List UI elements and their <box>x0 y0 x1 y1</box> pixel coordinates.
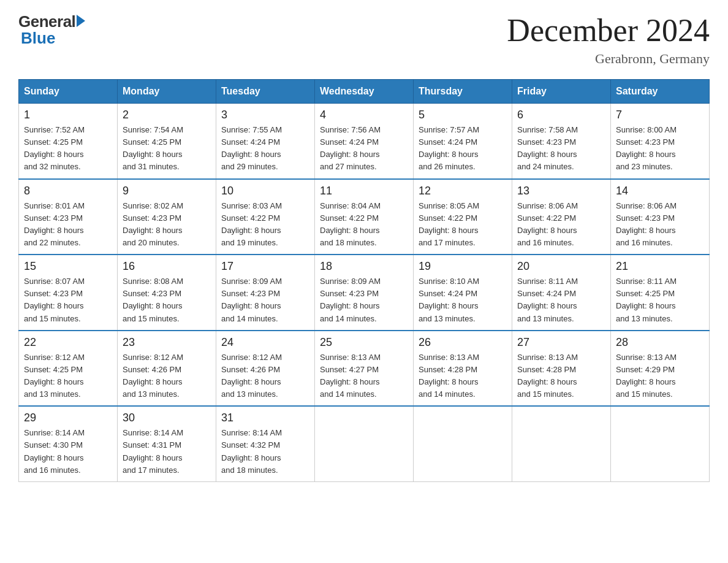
calendar-day-cell: 8Sunrise: 8:01 AMSunset: 4:23 PMDaylight… <box>19 179 118 255</box>
calendar-day-cell <box>414 406 512 481</box>
day-number: 24 <box>221 336 309 349</box>
calendar-day-cell: 17Sunrise: 8:09 AMSunset: 4:23 PMDayligh… <box>216 255 315 331</box>
day-number: 25 <box>320 336 408 349</box>
day-info: Sunrise: 8:13 AMSunset: 4:28 PMDaylight:… <box>517 351 605 401</box>
calendar-day-cell: 2Sunrise: 7:54 AMSunset: 4:25 PMDaylight… <box>118 104 216 179</box>
calendar-day-cell: 7Sunrise: 8:00 AMSunset: 4:23 PMDaylight… <box>611 104 710 179</box>
day-number: 13 <box>517 185 605 197</box>
calendar-day-cell: 20Sunrise: 8:11 AMSunset: 4:24 PMDayligh… <box>512 255 611 331</box>
calendar-day-cell <box>512 406 611 481</box>
day-number: 20 <box>517 260 605 273</box>
logo-triangle-icon <box>77 15 85 27</box>
day-info: Sunrise: 8:12 AMSunset: 4:26 PMDaylight:… <box>221 351 309 401</box>
day-info: Sunrise: 7:54 AMSunset: 4:25 PMDaylight:… <box>123 124 211 174</box>
calendar-day-cell: 16Sunrise: 8:08 AMSunset: 4:23 PMDayligh… <box>118 255 216 331</box>
calendar-week-row: 29Sunrise: 8:14 AMSunset: 4:30 PMDayligh… <box>19 406 710 481</box>
day-number: 30 <box>123 412 211 424</box>
logo: General Blue <box>18 12 85 48</box>
title-section: December 2024 Gerabronn, Germany <box>507 12 710 67</box>
calendar-day-cell <box>611 406 710 481</box>
day-info: Sunrise: 8:04 AMSunset: 4:22 PMDaylight:… <box>320 200 408 250</box>
calendar-title: December 2024 <box>507 12 710 48</box>
calendar-day-cell: 18Sunrise: 8:09 AMSunset: 4:23 PMDayligh… <box>315 255 414 331</box>
day-number: 9 <box>123 185 211 197</box>
day-number: 16 <box>123 260 211 273</box>
day-info: Sunrise: 7:58 AMSunset: 4:23 PMDaylight:… <box>517 124 605 174</box>
day-number: 2 <box>123 109 211 121</box>
day-number: 23 <box>123 336 211 349</box>
calendar-day-cell: 10Sunrise: 8:03 AMSunset: 4:22 PMDayligh… <box>216 179 315 255</box>
calendar-table: SundayMondayTuesdayWednesdayThursdayFrid… <box>18 79 710 482</box>
day-number: 27 <box>517 336 605 349</box>
day-info: Sunrise: 8:14 AMSunset: 4:30 PMDaylight:… <box>24 427 112 477</box>
calendar-day-cell: 3Sunrise: 7:55 AMSunset: 4:24 PMDaylight… <box>216 104 315 179</box>
day-number: 17 <box>221 260 309 273</box>
calendar-day-cell: 21Sunrise: 8:11 AMSunset: 4:25 PMDayligh… <box>611 255 710 331</box>
day-number: 4 <box>320 109 408 121</box>
calendar-week-row: 15Sunrise: 8:07 AMSunset: 4:23 PMDayligh… <box>19 255 710 331</box>
day-info: Sunrise: 8:14 AMSunset: 4:32 PMDaylight:… <box>221 427 309 477</box>
day-info: Sunrise: 8:01 AMSunset: 4:23 PMDaylight:… <box>24 200 112 250</box>
day-number: 14 <box>616 185 704 197</box>
page-header: General Blue December 2024 Gerabronn, Ge… <box>18 12 710 67</box>
day-number: 10 <box>221 185 309 197</box>
calendar-day-cell: 24Sunrise: 8:12 AMSunset: 4:26 PMDayligh… <box>216 331 315 407</box>
day-number: 19 <box>419 260 507 273</box>
calendar-day-cell: 15Sunrise: 8:07 AMSunset: 4:23 PMDayligh… <box>19 255 118 331</box>
calendar-day-cell: 19Sunrise: 8:10 AMSunset: 4:24 PMDayligh… <box>414 255 512 331</box>
day-number: 15 <box>24 260 112 273</box>
calendar-day-cell: 1Sunrise: 7:52 AMSunset: 4:25 PMDaylight… <box>19 104 118 179</box>
day-info: Sunrise: 8:07 AMSunset: 4:23 PMDaylight:… <box>24 275 112 325</box>
day-info: Sunrise: 8:03 AMSunset: 4:22 PMDaylight:… <box>221 200 309 250</box>
day-info: Sunrise: 8:05 AMSunset: 4:22 PMDaylight:… <box>419 200 507 250</box>
day-info: Sunrise: 7:52 AMSunset: 4:25 PMDaylight:… <box>24 124 112 174</box>
day-number: 12 <box>419 185 507 197</box>
day-number: 26 <box>419 336 507 349</box>
weekday-header-friday: Friday <box>512 80 611 104</box>
day-info: Sunrise: 7:56 AMSunset: 4:24 PMDaylight:… <box>320 124 408 174</box>
calendar-day-cell: 14Sunrise: 8:06 AMSunset: 4:23 PMDayligh… <box>611 179 710 255</box>
day-info: Sunrise: 8:08 AMSunset: 4:23 PMDaylight:… <box>123 275 211 325</box>
calendar-day-cell: 22Sunrise: 8:12 AMSunset: 4:25 PMDayligh… <box>19 331 118 407</box>
calendar-header-row: SundayMondayTuesdayWednesdayThursdayFrid… <box>19 80 710 104</box>
weekday-header-saturday: Saturday <box>611 80 710 104</box>
calendar-day-cell: 9Sunrise: 8:02 AMSunset: 4:23 PMDaylight… <box>118 179 216 255</box>
weekday-header-wednesday: Wednesday <box>315 80 414 104</box>
day-info: Sunrise: 7:55 AMSunset: 4:24 PMDaylight:… <box>221 124 309 174</box>
day-info: Sunrise: 7:57 AMSunset: 4:24 PMDaylight:… <box>419 124 507 174</box>
day-info: Sunrise: 8:10 AMSunset: 4:24 PMDaylight:… <box>419 275 507 325</box>
day-info: Sunrise: 8:14 AMSunset: 4:31 PMDaylight:… <box>123 427 211 477</box>
calendar-week-row: 22Sunrise: 8:12 AMSunset: 4:25 PMDayligh… <box>19 331 710 407</box>
day-info: Sunrise: 8:00 AMSunset: 4:23 PMDaylight:… <box>616 124 704 174</box>
day-info: Sunrise: 8:13 AMSunset: 4:28 PMDaylight:… <box>419 351 507 401</box>
calendar-day-cell: 13Sunrise: 8:06 AMSunset: 4:22 PMDayligh… <box>512 179 611 255</box>
calendar-day-cell: 26Sunrise: 8:13 AMSunset: 4:28 PMDayligh… <box>414 331 512 407</box>
day-info: Sunrise: 8:12 AMSunset: 4:25 PMDaylight:… <box>24 351 112 401</box>
day-number: 3 <box>221 109 309 121</box>
calendar-day-cell: 29Sunrise: 8:14 AMSunset: 4:30 PMDayligh… <box>19 406 118 481</box>
calendar-day-cell: 31Sunrise: 8:14 AMSunset: 4:32 PMDayligh… <box>216 406 315 481</box>
day-number: 29 <box>24 412 112 424</box>
weekday-header-sunday: Sunday <box>19 80 118 104</box>
day-number: 1 <box>24 109 112 121</box>
calendar-day-cell: 12Sunrise: 8:05 AMSunset: 4:22 PMDayligh… <box>414 179 512 255</box>
day-info: Sunrise: 8:12 AMSunset: 4:26 PMDaylight:… <box>123 351 211 401</box>
calendar-day-cell: 5Sunrise: 7:57 AMSunset: 4:24 PMDaylight… <box>414 104 512 179</box>
day-info: Sunrise: 8:06 AMSunset: 4:23 PMDaylight:… <box>616 200 704 250</box>
calendar-day-cell: 30Sunrise: 8:14 AMSunset: 4:31 PMDayligh… <box>118 406 216 481</box>
day-info: Sunrise: 8:09 AMSunset: 4:23 PMDaylight:… <box>221 275 309 325</box>
day-info: Sunrise: 8:13 AMSunset: 4:29 PMDaylight:… <box>616 351 704 401</box>
logo-blue-text: Blue <box>21 29 55 48</box>
calendar-day-cell: 25Sunrise: 8:13 AMSunset: 4:27 PMDayligh… <box>315 331 414 407</box>
day-number: 6 <box>517 109 605 121</box>
calendar-week-row: 8Sunrise: 8:01 AMSunset: 4:23 PMDaylight… <box>19 179 710 255</box>
weekday-header-monday: Monday <box>118 80 216 104</box>
day-number: 8 <box>24 185 112 197</box>
calendar-subtitle: Gerabronn, Germany <box>507 51 710 67</box>
day-info: Sunrise: 8:06 AMSunset: 4:22 PMDaylight:… <box>517 200 605 250</box>
day-number: 31 <box>221 412 309 424</box>
calendar-day-cell: 11Sunrise: 8:04 AMSunset: 4:22 PMDayligh… <box>315 179 414 255</box>
day-info: Sunrise: 8:09 AMSunset: 4:23 PMDaylight:… <box>320 275 408 325</box>
day-number: 11 <box>320 185 408 197</box>
calendar-day-cell: 23Sunrise: 8:12 AMSunset: 4:26 PMDayligh… <box>118 331 216 407</box>
